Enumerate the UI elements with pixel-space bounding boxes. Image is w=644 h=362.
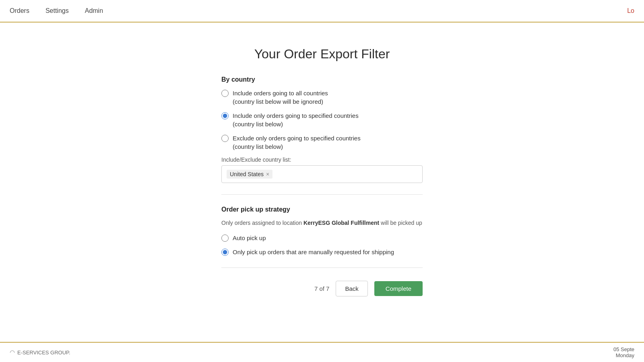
radio-include-specified-label: Include only orders going to specified c… <box>233 111 359 128</box>
radio-auto-pickup-input[interactable] <box>221 234 229 242</box>
by-country-heading: By country <box>221 76 423 83</box>
radio-include-specified-input[interactable] <box>221 112 229 119</box>
page-indicator: 7 of 7 <box>314 285 330 292</box>
footer-brand-text: E-SERVICES GROUP. <box>17 350 70 356</box>
bottom-divider <box>221 267 423 268</box>
nav-settings[interactable]: Settings <box>45 7 69 14</box>
radio-manual-pickup[interactable]: Only pick up orders that are manually re… <box>221 248 423 256</box>
radio-manual-pickup-input[interactable] <box>221 249 229 256</box>
radio-exclude-specified-input[interactable] <box>221 135 229 142</box>
top-navigation: Orders Settings Admin Lo <box>0 0 644 23</box>
country-list-label: Include/Exclude country list: <box>221 156 423 163</box>
footer-date: 05 Septe <box>613 346 634 352</box>
radio-exclude-specified[interactable]: Exclude only orders going to specified c… <box>221 134 423 151</box>
section-divider <box>221 194 423 195</box>
page-title: Your Order Export Filter <box>254 47 390 62</box>
brand-icon: ◠ <box>10 349 15 356</box>
country-tag-input[interactable]: United States × <box>221 165 423 183</box>
radio-auto-pickup-label: Auto pick up <box>233 234 266 242</box>
bottom-bar: 7 of 7 Back Complete <box>221 281 423 296</box>
form-section: By country Include orders going to all c… <box>221 76 423 296</box>
pickup-strategy-heading: Order pick up strategy <box>221 206 423 213</box>
pickup-location-name: KerryESG Global Fulfillment <box>303 220 379 226</box>
radio-exclude-specified-label: Exclude only orders going to specified c… <box>233 134 361 151</box>
radio-include-specified[interactable]: Include only orders going to specified c… <box>221 111 423 128</box>
country-list-field: Include/Exclude country list: United Sta… <box>221 156 423 183</box>
radio-all-countries[interactable]: Include orders going to all countries (c… <box>221 89 423 106</box>
radio-all-countries-label: Include orders going to all countries (c… <box>233 89 328 106</box>
footer-brand: ◠ E-SERVICES GROUP. <box>10 349 70 356</box>
footer-day: Monday <box>613 352 634 358</box>
pickup-strategy-description: Only orders assigned to location KerryES… <box>221 219 423 227</box>
complete-button[interactable]: Complete <box>374 281 423 296</box>
nav-orders[interactable]: Orders <box>10 7 29 14</box>
main-content: Your Order Export Filter By country Incl… <box>0 23 644 329</box>
nav-admin[interactable]: Admin <box>85 7 103 14</box>
country-tag-us: United States × <box>227 170 272 179</box>
radio-manual-pickup-label: Only pick up orders that are manually re… <box>233 248 394 256</box>
page-footer: ◠ E-SERVICES GROUP. 05 Septe Monday <box>0 342 644 362</box>
back-button[interactable]: Back <box>336 281 367 296</box>
by-country-section: By country Include orders going to all c… <box>221 76 423 183</box>
country-tag-us-label: United States <box>230 171 264 177</box>
logout-link[interactable]: Lo <box>627 7 634 14</box>
radio-all-countries-input[interactable] <box>221 90 229 97</box>
country-tag-us-remove[interactable]: × <box>266 171 269 177</box>
footer-datetime: 05 Septe Monday <box>613 346 634 358</box>
radio-auto-pickup[interactable]: Auto pick up <box>221 234 423 242</box>
pickup-strategy-section: Order pick up strategy Only orders assig… <box>221 206 423 256</box>
